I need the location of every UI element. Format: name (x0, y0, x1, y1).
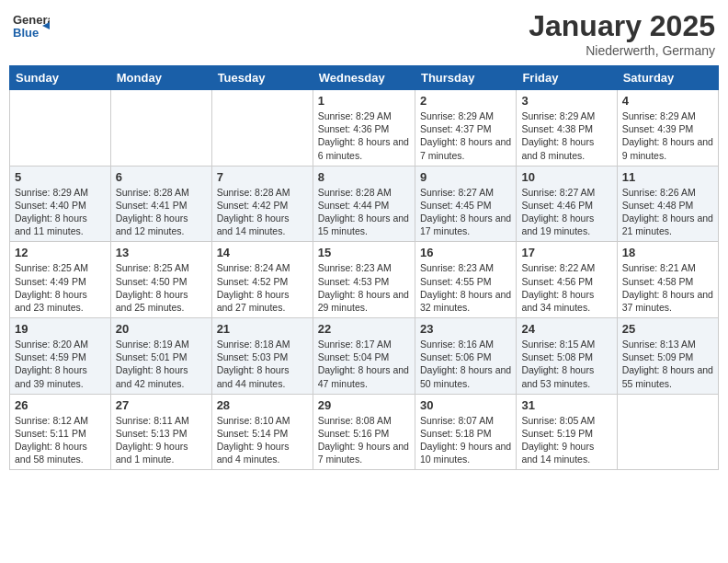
day-of-week-header: Saturday (617, 66, 718, 90)
calendar-cell: 27Sunrise: 8:11 AM Sunset: 5:13 PM Dayli… (110, 394, 211, 470)
day-info: Sunrise: 8:27 AM Sunset: 4:45 PM Dayligh… (420, 186, 511, 238)
calendar-cell: 2Sunrise: 8:29 AM Sunset: 4:37 PM Daylig… (415, 90, 516, 167)
day-info: Sunrise: 8:17 AM Sunset: 5:04 PM Dayligh… (318, 338, 410, 390)
day-number: 10 (521, 170, 611, 184)
calendar-cell: 17Sunrise: 8:22 AM Sunset: 4:56 PM Dayli… (517, 242, 617, 318)
day-info: Sunrise: 8:29 AM Sunset: 4:39 PM Dayligh… (622, 109, 713, 162)
calendar-cell: 29Sunrise: 8:08 AM Sunset: 5:16 PM Dayli… (313, 394, 415, 470)
day-info: Sunrise: 8:28 AM Sunset: 4:44 PM Dayligh… (318, 186, 410, 238)
calendar-cell: 23Sunrise: 8:16 AM Sunset: 5:06 PM Dayli… (415, 318, 516, 395)
day-number: 25 (622, 322, 713, 336)
day-number: 24 (521, 322, 611, 336)
day-info: Sunrise: 8:15 AM Sunset: 5:08 PM Dayligh… (521, 338, 611, 390)
calendar-cell (617, 394, 718, 470)
calendar-cell: 28Sunrise: 8:10 AM Sunset: 5:14 PM Dayli… (211, 394, 313, 470)
day-number: 8 (318, 170, 410, 184)
calendar-cell: 30Sunrise: 8:07 AM Sunset: 5:18 PM Dayli… (415, 394, 516, 470)
day-number: 9 (420, 170, 511, 184)
calendar-week-row: 5Sunrise: 8:29 AM Sunset: 4:40 PM Daylig… (10, 166, 719, 242)
day-info: Sunrise: 8:23 AM Sunset: 4:53 PM Dayligh… (318, 261, 410, 314)
day-info: Sunrise: 8:27 AM Sunset: 4:46 PM Dayligh… (521, 186, 611, 238)
day-number: 18 (622, 246, 713, 259)
calendar-cell: 18Sunrise: 8:21 AM Sunset: 4:58 PM Dayli… (617, 242, 718, 318)
day-info: Sunrise: 8:16 AM Sunset: 5:06 PM Dayligh… (420, 338, 511, 390)
day-info: Sunrise: 8:11 AM Sunset: 5:13 PM Dayligh… (116, 414, 207, 466)
calendar-week-row: 12Sunrise: 8:25 AM Sunset: 4:49 PM Dayli… (10, 242, 719, 318)
day-info: Sunrise: 8:28 AM Sunset: 4:41 PM Dayligh… (116, 186, 207, 238)
day-info: Sunrise: 8:29 AM Sunset: 4:38 PM Dayligh… (521, 109, 611, 162)
day-info: Sunrise: 8:18 AM Sunset: 5:03 PM Dayligh… (217, 338, 308, 390)
calendar-cell: 15Sunrise: 8:23 AM Sunset: 4:53 PM Dayli… (313, 242, 415, 318)
calendar-cell (110, 90, 211, 167)
calendar-cell: 6Sunrise: 8:28 AM Sunset: 4:41 PM Daylig… (110, 166, 211, 242)
day-info: Sunrise: 8:13 AM Sunset: 5:09 PM Dayligh… (622, 338, 713, 390)
day-of-week-header: Monday (110, 66, 211, 90)
day-number: 15 (318, 246, 410, 259)
calendar-cell: 3Sunrise: 8:29 AM Sunset: 4:38 PM Daylig… (517, 90, 617, 167)
calendar-cell: 11Sunrise: 8:26 AM Sunset: 4:48 PM Dayli… (617, 166, 718, 242)
svg-text:Blue: Blue (13, 26, 39, 40)
calendar-week-row: 1Sunrise: 8:29 AM Sunset: 4:36 PM Daylig… (10, 90, 719, 167)
day-number: 3 (521, 94, 611, 108)
calendar-cell: 26Sunrise: 8:12 AM Sunset: 5:11 PM Dayli… (10, 394, 111, 470)
calendar-cell: 31Sunrise: 8:05 AM Sunset: 5:19 PM Dayli… (517, 394, 617, 470)
day-number: 26 (15, 398, 106, 412)
calendar-header-row: SundayMondayTuesdayWednesdayThursdayFrid… (10, 66, 719, 90)
calendar-cell: 14Sunrise: 8:24 AM Sunset: 4:52 PM Dayli… (211, 242, 313, 318)
day-number: 11 (622, 170, 713, 184)
svg-text:General: General (13, 13, 50, 27)
calendar-table: SundayMondayTuesdayWednesdayThursdayFrid… (9, 65, 719, 470)
day-of-week-header: Wednesday (313, 66, 415, 90)
logo: General Blue (13, 9, 50, 50)
day-info: Sunrise: 8:29 AM Sunset: 4:40 PM Dayligh… (15, 186, 106, 238)
location-title: Niederwerth, Germany (529, 43, 715, 58)
calendar-cell (10, 90, 111, 167)
calendar-cell (211, 90, 313, 167)
day-number: 28 (217, 398, 308, 412)
day-info: Sunrise: 8:12 AM Sunset: 5:11 PM Dayligh… (15, 414, 106, 466)
day-number: 30 (420, 398, 511, 412)
page-header: General Blue January 2025 Niederwerth, G… (9, 9, 719, 58)
calendar-cell: 13Sunrise: 8:25 AM Sunset: 4:50 PM Dayli… (110, 242, 211, 318)
day-info: Sunrise: 8:07 AM Sunset: 5:18 PM Dayligh… (420, 414, 511, 466)
calendar-cell: 5Sunrise: 8:29 AM Sunset: 4:40 PM Daylig… (10, 166, 111, 242)
day-number: 12 (15, 246, 106, 259)
title-block: January 2025 Niederwerth, Germany (529, 9, 715, 58)
day-info: Sunrise: 8:24 AM Sunset: 4:52 PM Dayligh… (217, 261, 308, 314)
calendar-cell: 21Sunrise: 8:18 AM Sunset: 5:03 PM Dayli… (211, 318, 313, 395)
logo-icon: General Blue (13, 9, 50, 50)
day-of-week-header: Tuesday (211, 66, 313, 90)
day-info: Sunrise: 8:10 AM Sunset: 5:14 PM Dayligh… (217, 414, 308, 466)
day-number: 7 (217, 170, 308, 184)
calendar-cell: 24Sunrise: 8:15 AM Sunset: 5:08 PM Dayli… (517, 318, 617, 395)
day-number: 23 (420, 322, 511, 336)
calendar-cell: 8Sunrise: 8:28 AM Sunset: 4:44 PM Daylig… (313, 166, 415, 242)
day-number: 21 (217, 322, 308, 336)
day-info: Sunrise: 8:05 AM Sunset: 5:19 PM Dayligh… (521, 414, 611, 466)
calendar-cell: 16Sunrise: 8:23 AM Sunset: 4:55 PM Dayli… (415, 242, 516, 318)
month-title: January 2025 (529, 9, 715, 43)
day-number: 2 (420, 94, 511, 108)
day-info: Sunrise: 8:20 AM Sunset: 4:59 PM Dayligh… (15, 338, 106, 390)
day-number: 6 (116, 170, 207, 184)
day-info: Sunrise: 8:21 AM Sunset: 4:58 PM Dayligh… (622, 261, 713, 314)
day-info: Sunrise: 8:19 AM Sunset: 5:01 PM Dayligh… (116, 338, 207, 390)
day-info: Sunrise: 8:25 AM Sunset: 4:49 PM Dayligh… (15, 261, 106, 314)
day-number: 14 (217, 246, 308, 259)
calendar-cell: 19Sunrise: 8:20 AM Sunset: 4:59 PM Dayli… (10, 318, 111, 395)
day-number: 16 (420, 246, 511, 259)
day-number: 22 (318, 322, 410, 336)
day-info: Sunrise: 8:26 AM Sunset: 4:48 PM Dayligh… (622, 186, 713, 238)
day-info: Sunrise: 8:23 AM Sunset: 4:55 PM Dayligh… (420, 261, 511, 314)
calendar-cell: 1Sunrise: 8:29 AM Sunset: 4:36 PM Daylig… (313, 90, 415, 167)
day-number: 13 (116, 246, 207, 259)
day-info: Sunrise: 8:22 AM Sunset: 4:56 PM Dayligh… (521, 261, 611, 314)
day-of-week-header: Friday (517, 66, 617, 90)
calendar-cell: 22Sunrise: 8:17 AM Sunset: 5:04 PM Dayli… (313, 318, 415, 395)
calendar-cell: 7Sunrise: 8:28 AM Sunset: 4:42 PM Daylig… (211, 166, 313, 242)
day-number: 31 (521, 398, 611, 412)
calendar-cell: 25Sunrise: 8:13 AM Sunset: 5:09 PM Dayli… (617, 318, 718, 395)
day-number: 4 (622, 94, 713, 108)
day-number: 19 (15, 322, 106, 336)
day-info: Sunrise: 8:25 AM Sunset: 4:50 PM Dayligh… (116, 261, 207, 314)
